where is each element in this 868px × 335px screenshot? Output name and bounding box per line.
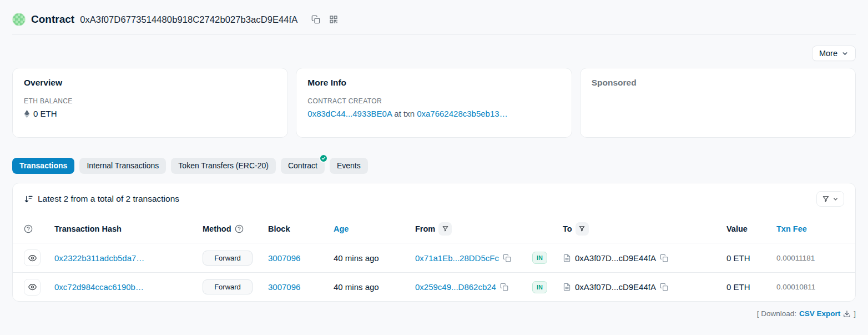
contract-file-icon	[563, 283, 571, 291]
col-header-method: Method	[203, 224, 268, 233]
method-badge[interactable]: Forward	[203, 251, 253, 266]
copy-icon	[660, 283, 668, 291]
col-header-txn-fee[interactable]: Txn Fee	[776, 224, 844, 233]
block-link[interactable]: 3007096	[268, 282, 334, 292]
eye-icon	[28, 254, 37, 262]
tab-transactions-label: Transactions	[19, 161, 67, 170]
header-divider	[12, 34, 856, 35]
chevron-down-icon	[832, 196, 839, 202]
transaction-row: 0xc72d984ccac6190b… Forward 3007096 40 m…	[13, 272, 855, 301]
contract-page: Contract 0xA3f07D6773514480b918C2742b027…	[0, 0, 868, 318]
preview-transaction-button[interactable]	[24, 279, 41, 296]
col-header-method-label: Method	[203, 224, 231, 233]
preview-transaction-button[interactable]	[24, 249, 41, 266]
info-cards: Overview ETH BALANCE 0 ETH More Info CON…	[12, 68, 856, 138]
page-title: Contract	[31, 13, 74, 26]
table-filter-button[interactable]	[816, 191, 844, 207]
col-header-transaction-hash: Transaction Hash	[54, 224, 203, 233]
overview-card-title: Overview	[24, 78, 276, 88]
age-cell: 40 mins ago	[334, 282, 415, 292]
copy-icon	[660, 254, 668, 262]
sponsored-card-title: Sponsored	[592, 78, 844, 88]
contract-creator-line: 0x83dC44...4933BE0A at txn 0xa7662428c3b…	[307, 109, 560, 118]
transaction-hash-link[interactable]: 0xc72d984ccac6190b…	[54, 282, 203, 292]
to-address: 0xA3f07D...cD9E44fA	[575, 282, 656, 292]
eye-icon	[28, 283, 37, 291]
col-header-from: From	[415, 222, 532, 236]
tab-transactions[interactable]: Transactions	[12, 158, 74, 174]
contract-file-icon	[563, 254, 571, 262]
tab-internal-transactions[interactable]: Internal Transactions	[79, 158, 166, 174]
chevron-down-icon	[841, 50, 849, 57]
from-filter-button[interactable]	[438, 222, 452, 236]
page-toolbar: More	[12, 46, 856, 61]
contract-address: 0xA3f07D6773514480b918C2742b027b3acD9E44…	[80, 14, 297, 25]
copy-from-address-button[interactable]	[500, 283, 508, 291]
tab-events[interactable]: Events	[330, 158, 368, 174]
col-header-value: Value	[726, 224, 776, 233]
sort-desc-icon	[24, 194, 33, 204]
more-info-card: More Info CONTRACT CREATOR 0x83dC44...49…	[296, 68, 572, 138]
page-header: Contract 0xA3f07D6773514480b918C2742b027…	[12, 0, 856, 27]
copy-from-address-button[interactable]	[503, 254, 511, 262]
creator-address-link[interactable]: 0x83dC44...4933BE0A	[307, 109, 392, 118]
txn-fee-cell: 0.00011181	[776, 254, 844, 262]
from-address-link[interactable]: 0x259c49...D862cb24	[415, 282, 496, 292]
eth-balance-label: ETH BALANCE	[24, 97, 276, 105]
col-header-to: To	[563, 222, 726, 236]
method-badge[interactable]: Forward	[203, 279, 253, 294]
copy-icon	[500, 283, 508, 291]
transactions-summary-text: Latest 2 from a total of 2 transactions	[38, 194, 179, 204]
more-button[interactable]: More	[812, 46, 856, 61]
csv-export-link[interactable]: CSV Export	[799, 309, 840, 318]
tab-internal-transactions-label: Internal Transactions	[87, 161, 159, 170]
contract-creator-label: CONTRACT CREATOR	[307, 97, 560, 105]
col-header-age[interactable]: Age	[334, 224, 415, 233]
col-header-from-label: From	[415, 224, 435, 233]
col-header-to-label: To	[563, 224, 572, 233]
to-filter-button[interactable]	[576, 222, 589, 236]
download-suffix: ]	[854, 309, 856, 318]
tab-token-transfers-label: Token Transfers (ERC-20)	[178, 161, 269, 170]
download-icon	[843, 310, 851, 318]
more-button-label: More	[819, 49, 837, 58]
transactions-summary: Latest 2 from a total of 2 transactions	[24, 194, 179, 204]
value-cell: 0 ETH	[726, 282, 776, 292]
at-txn-text: at txn	[394, 109, 415, 118]
eth-balance-value: 0 ETH	[24, 109, 276, 118]
copy-to-address-button[interactable]	[660, 254, 668, 262]
txn-fee-cell: 0.00010811	[776, 283, 844, 291]
more-info-card-title: More Info	[307, 78, 560, 88]
qr-code-button[interactable]	[327, 13, 340, 26]
tab-events-label: Events	[337, 161, 361, 170]
direction-badge: IN	[532, 252, 547, 264]
eth-balance-amount: 0 ETH	[33, 109, 57, 118]
copy-address-button[interactable]	[310, 13, 322, 26]
help-circle-icon	[24, 224, 54, 233]
transaction-hash-link[interactable]: 0x2322b311adcb5da7…	[54, 253, 203, 263]
value-cell: 0 ETH	[726, 253, 776, 263]
tab-bar: Transactions Internal Transactions Token…	[12, 158, 856, 174]
direction-badge: IN	[532, 281, 547, 293]
tab-contract-label: Contract	[288, 161, 317, 170]
tab-contract[interactable]: Contract	[281, 158, 325, 174]
copy-icon	[503, 254, 511, 262]
overview-card: Overview ETH BALANCE 0 ETH	[12, 68, 288, 138]
download-prefix: [ Download:	[757, 309, 796, 318]
check-icon	[321, 156, 326, 161]
table-header-row: Transaction Hash Method Block Age From T…	[13, 214, 855, 243]
verified-check-badge	[319, 154, 328, 163]
copy-to-address-button[interactable]	[660, 283, 668, 291]
transaction-row: 0x2322b311adcb5da7… Forward 3007096 40 m…	[13, 243, 855, 272]
download-row: [ Download: CSV Export ]	[12, 309, 856, 318]
qr-code-icon	[329, 15, 338, 24]
block-link[interactable]: 3007096	[268, 253, 334, 263]
help-circle-icon	[235, 224, 244, 233]
contract-identicon	[12, 13, 26, 26]
tab-token-transfers[interactable]: Token Transfers (ERC-20)	[171, 158, 276, 174]
copy-icon	[311, 15, 320, 24]
ethereum-icon	[24, 109, 30, 118]
creation-txn-link[interactable]: 0xa7662428c3b5eb13…	[417, 109, 507, 118]
funnel-icon	[822, 195, 830, 203]
from-address-link[interactable]: 0x71a1Eb...28DD5cFc	[415, 253, 499, 263]
